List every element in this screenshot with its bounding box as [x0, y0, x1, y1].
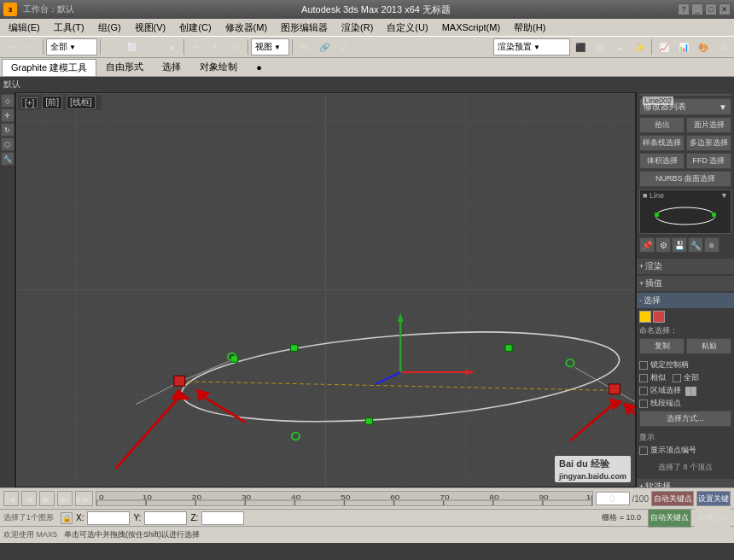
select-region-button[interactable]: ⬜ — [123, 38, 142, 56]
effects-button[interactable]: ✨ — [630, 38, 649, 56]
menu-edit[interactable]: 编辑(E) — [2, 20, 47, 36]
svg-text:80: 80 — [489, 494, 498, 501]
auto-key-btn[interactable]: 自动关键点 — [648, 509, 691, 528]
checkbox-lock[interactable] — [639, 361, 648, 370]
scale-snap[interactable]: ↕ — [354, 38, 373, 56]
menu-render[interactable]: 渲染(R) — [335, 20, 380, 36]
menu-graph-editor[interactable]: 图形编辑器 — [274, 20, 335, 36]
undo-button[interactable]: ↩ — [2, 38, 20, 56]
btn-面片选择[interactable]: 面片选择 — [686, 117, 731, 133]
time-next[interactable]: ▶| — [57, 491, 73, 506]
z-input[interactable] — [201, 511, 244, 525]
view-label-plus[interactable]: [+] — [21, 97, 38, 108]
lt-select[interactable]: ◇ — [1, 94, 15, 108]
select-filter-btn[interactable]: 选择过滤 — [695, 509, 731, 528]
render-button[interactable]: ⬛ — [571, 38, 590, 56]
set-key[interactable]: 设置关键 — [696, 491, 731, 506]
checkbox-region[interactable] — [639, 387, 648, 395]
menu-custom[interactable]: 自定义(U) — [380, 20, 434, 36]
tab-dot[interactable]: ● — [247, 60, 271, 75]
time-end[interactable]: ▶▶| — [75, 491, 93, 506]
checkbox-seg[interactable] — [639, 400, 648, 408]
icon-save[interactable]: 💾 — [672, 237, 687, 253]
time-prev[interactable]: ◀ — [21, 491, 37, 506]
tab-graphite[interactable]: Graphite 建模工具 — [2, 59, 96, 76]
menu-maxscript[interactable]: MAXScript(M) — [435, 20, 507, 34]
expand-select[interactable]: - 选择 — [637, 293, 734, 308]
copy-btn[interactable]: 复制 — [639, 338, 684, 354]
select-method-row: 选择方式... — [637, 410, 734, 428]
checkbox-show-vertex[interactable] — [639, 446, 648, 455]
select-paint-button[interactable]: ● — [162, 38, 181, 56]
icon-more[interactable]: ≡ — [704, 237, 719, 253]
btn-NURBS选择[interactable]: NURBS 曲面选择 — [639, 171, 731, 187]
redo-button[interactable]: ↪ — [21, 38, 40, 56]
render-frame-button[interactable]: 🖼 — [591, 38, 609, 56]
menu-group[interactable]: 组(G) — [91, 20, 128, 36]
close-button[interactable]: ✕ — [719, 3, 731, 15]
percent-snap[interactable]: % — [295, 38, 314, 56]
menu-help[interactable]: 帮助(H) — [507, 20, 552, 36]
btn-样条线选择[interactable]: 样条线选择 — [639, 135, 684, 151]
lt-move[interactable]: ✛ — [1, 108, 15, 122]
rotate-button[interactable]: ↻ — [207, 38, 225, 56]
minimize-button[interactable]: _ — [691, 3, 703, 15]
tab-select[interactable]: 选择 — [153, 58, 190, 76]
toolbar-sep-4 — [248, 39, 248, 55]
scale-button[interactable]: ⬡ — [226, 38, 245, 56]
key-mode[interactable]: 自动关键点 — [651, 491, 694, 506]
timeline-ruler[interactable]: 0 10 20 30 40 50 60 70 80 90 100 — [96, 491, 593, 506]
tab-freeform[interactable]: 自由形式 — [96, 58, 153, 76]
checkbox-all[interactable] — [673, 374, 681, 382]
checkbox-similar[interactable] — [639, 374, 648, 382]
time-play[interactable]: ▶ — [39, 491, 55, 506]
frame-input[interactable]: 0 — [596, 492, 630, 505]
lt-tools[interactable]: 🔧 — [1, 152, 15, 166]
menu-create[interactable]: 创建(C) — [172, 20, 218, 36]
snap-toggle[interactable]: 🔗 — [315, 38, 334, 56]
line-preview-close[interactable]: ▼ — [720, 191, 728, 200]
select-obj-button[interactable]: ⬡ — [103, 38, 122, 56]
render-presets-dropdown[interactable]: 渲染预置 ▼ — [493, 38, 570, 55]
curve-editor[interactable]: 📈 — [655, 38, 673, 56]
time-start[interactable]: |◀ — [3, 491, 19, 506]
paste-btn[interactable]: 粘贴 — [686, 338, 731, 354]
move-button[interactable]: ✛ — [187, 38, 206, 56]
btn-FFD选择[interactable]: FFD 选择 — [686, 153, 731, 169]
lt-rotate[interactable]: ↻ — [1, 123, 15, 137]
select-filter-dropdown[interactable]: 全部 ▼ — [46, 38, 97, 55]
expand-render[interactable]: + 渲染 — [637, 259, 734, 274]
select-method-btn[interactable]: 选择方式... — [639, 411, 731, 427]
material-editor[interactable]: 🎨 — [694, 38, 713, 56]
render-setup[interactable]: ⚙ — [714, 38, 732, 56]
btn-拾出[interactable]: 拾出 — [639, 117, 684, 133]
menu-modifier[interactable]: 修改器(M) — [218, 20, 275, 36]
menu-view[interactable]: 视图(V) — [128, 20, 173, 36]
view-dropdown[interactable]: 视图 ▼ — [251, 38, 289, 55]
expand-soft-select[interactable]: + 软选择 — [637, 479, 734, 487]
btn-多边形选择[interactable]: 多边形选择 — [686, 135, 731, 151]
viewport[interactable]: [+] [前] [线框] — [15, 92, 636, 487]
lock-icon[interactable]: 🔒 — [61, 512, 73, 524]
env-button[interactable]: ☁ — [610, 38, 629, 56]
btn-体积选择[interactable]: 体积选择 — [639, 153, 684, 169]
color-swatch-yellow[interactable] — [639, 311, 651, 323]
select-lasso-button[interactable]: ◇ — [143, 38, 161, 56]
icon-config[interactable]: 🔧 — [688, 237, 703, 253]
y-input[interactable] — [144, 511, 187, 525]
tab-obj-paint[interactable]: 对象绘制 — [190, 58, 247, 76]
color-swatch-red[interactable] — [653, 311, 665, 323]
help-icon[interactable]: ? — [678, 3, 690, 15]
angle-snap[interactable]: ∠ — [335, 38, 353, 56]
view-label-wire[interactable]: [线框] — [67, 96, 96, 109]
icon-settings[interactable]: ⚙ — [655, 237, 671, 253]
menu-tools[interactable]: 工具(T) — [47, 20, 91, 36]
lt-scale[interactable]: ⬡ — [1, 137, 15, 151]
view-label-front[interactable]: [前] — [42, 96, 62, 109]
expand-interp[interactable]: + 插值 — [637, 276, 734, 291]
title-left-icons: 3 工作台：默认 — [3, 3, 74, 16]
schematic-view[interactable]: 📊 — [674, 38, 693, 56]
maximize-button[interactable]: □ — [705, 3, 717, 15]
x-input[interactable] — [87, 511, 130, 525]
icon-pin[interactable]: 📌 — [639, 237, 655, 253]
